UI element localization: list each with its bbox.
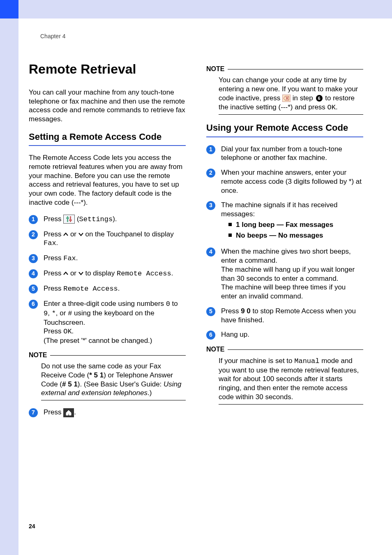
text: Dial your fax number from a touch-tone t…: [221, 145, 363, 163]
step-number-7: 7: [29, 408, 38, 417]
text: .: [118, 284, 120, 292]
note-label: NOTE: [206, 65, 224, 73]
text: If your machine is set to: [219, 357, 294, 365]
chevron-up-icon: [63, 269, 68, 277]
r-step-2: 2 When your machine answers, enter your …: [206, 168, 363, 195]
text: No beeps — No messages: [236, 231, 323, 240]
r-step-3: 3 The machine signals if it has received…: [206, 201, 363, 241]
text: .: [74, 408, 76, 416]
step-number-4: 4: [29, 269, 38, 278]
step-6: 6 Enter a three-digit code using numbers…: [29, 299, 186, 345]
intro-paragraph: You can call your machine from any touch…: [29, 88, 186, 124]
bullet-long-beep: 1 long beep — Fax messages: [228, 220, 363, 229]
text: The machine will beep three times if you…: [221, 283, 363, 301]
text: When the machine gives two short beeps, …: [221, 247, 363, 265]
text: ,: [48, 309, 51, 317]
page-content: Chapter 4 Remote Retrieval You can call …: [29, 18, 363, 555]
remote-access-label: Remote Access: [117, 270, 171, 278]
svg-rect-1: [70, 216, 71, 222]
ok-label: OK: [327, 104, 336, 111]
step-7: 7 Press .: [29, 408, 186, 417]
text: .): [148, 389, 152, 397]
home-icon: [63, 408, 74, 417]
text: .: [72, 327, 74, 335]
fax-label: Fax: [44, 239, 56, 247]
section-heading-using-code: Using your Remote Access Code: [206, 122, 363, 134]
square-bullet-icon: [228, 223, 232, 226]
r-step-6: 6 Hang up.: [206, 330, 363, 340]
bullet-no-beeps: No beeps — No messages: [228, 231, 363, 240]
note-label: NOTE: [206, 345, 224, 354]
text: to display: [83, 269, 117, 277]
text: 1 long beep — Fax messages: [236, 220, 333, 229]
svg-rect-0: [67, 216, 68, 222]
delete-icon: [282, 95, 291, 102]
step-3: 3 Press Fax.: [29, 254, 186, 263]
page-number: 24: [29, 523, 35, 530]
chapter-label: Chapter 4: [40, 33, 363, 40]
note-rule: [228, 349, 363, 350]
r-step-4: 4 When the machine gives two short beeps…: [206, 247, 363, 301]
text: .: [336, 103, 338, 111]
digit-9: 9: [44, 310, 48, 317]
page-title: Remote Retrieval: [29, 61, 186, 78]
step-4: 4 Press or to display Remote Access.: [29, 269, 186, 278]
chevron-down-icon: [78, 269, 83, 277]
text: to: [170, 300, 178, 308]
note-rule: [228, 69, 363, 69]
step-number-6: 6: [29, 300, 38, 309]
text: .: [171, 269, 173, 277]
note-change-code: NOTE You can change your code at any tim…: [206, 65, 363, 115]
step-number-3: 3: [206, 201, 215, 210]
chevron-up-icon: [63, 230, 68, 238]
corner-accent: [0, 0, 18, 18]
text: or: [68, 230, 78, 238]
step-number-1: 1: [29, 215, 38, 224]
text: Press: [44, 408, 63, 416]
remote-access-label: Remote Access: [63, 285, 118, 293]
fax-label: Fax: [63, 254, 76, 262]
heading-rule: [206, 136, 363, 137]
text: in step: [291, 94, 315, 102]
svg-rect-3: [69, 220, 72, 221]
note-codes: NOTE Do not use the same code as your Fa…: [29, 351, 186, 400]
text: on the Touchpanel to display: [83, 230, 174, 238]
note-rule-bottom: [219, 404, 363, 405]
settings-icon: [63, 215, 75, 224]
text: Press: [44, 254, 63, 262]
step-number-6: 6: [206, 331, 215, 340]
text: .: [76, 254, 78, 262]
right-column: NOTE You can change your code at any tim…: [206, 61, 363, 423]
text: or: [68, 269, 78, 277]
text: ). (See Basic User's Guide:: [78, 380, 164, 388]
chevron-down-icon: [78, 230, 83, 238]
note-rule-bottom: [41, 400, 186, 400]
text: Press: [44, 215, 63, 223]
star-key: *: [52, 310, 56, 317]
text: .: [56, 239, 58, 247]
note-rule: [50, 355, 186, 356]
left-column: Remote Retrieval You can call your machi…: [29, 61, 186, 423]
manual-label: Manual: [294, 357, 319, 365]
text: Press: [221, 307, 241, 315]
step-1: 1 Press (Settings).: [29, 215, 186, 224]
step-number-1: 1: [206, 145, 215, 154]
text: When your machine answers, enter your re…: [221, 168, 363, 195]
text: Press: [44, 269, 63, 277]
step-2: 2 Press or on the Touchpanel to display …: [29, 230, 186, 248]
step-5: 5 Press Remote Access.: [29, 284, 186, 294]
setting-code-paragraph: The Remote Access Code lets you access t…: [29, 153, 186, 207]
stop-code: 9 0: [241, 307, 251, 315]
svg-rect-2: [66, 217, 69, 219]
step-number-5: 5: [206, 307, 215, 316]
step-number-5: 5: [29, 284, 38, 294]
heading-rule: [29, 145, 186, 146]
text: , or: [56, 309, 68, 317]
text: The machine signals if it has received m…: [221, 201, 363, 219]
text: Press: [44, 230, 63, 238]
text: ).: [113, 215, 117, 223]
note-rule-bottom: [219, 114, 363, 115]
text: Hang up.: [221, 330, 363, 339]
top-band: [18, 0, 392, 18]
hash-key: #: [68, 310, 72, 317]
